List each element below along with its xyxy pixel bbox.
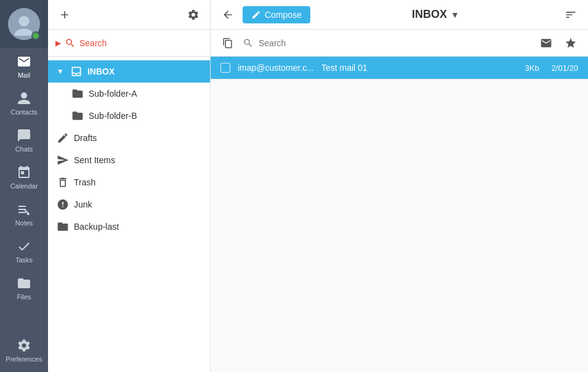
junk-icon [57, 198, 69, 211]
sidebar-item-preferences[interactable]: Preferences [0, 329, 48, 372]
email-subject: Test mail 01 [321, 63, 518, 73]
inbox-arrow-icon: ▼ [57, 67, 64, 76]
email-size: 3Kb [525, 63, 539, 73]
folder-list: ▼ INBOX Sub-folder-A Sub-folder-B Draft [48, 57, 210, 372]
search-input[interactable] [259, 38, 531, 48]
compose-label: Compose [265, 10, 302, 20]
sidebar-item-calendar[interactable]: Calendar [0, 159, 48, 196]
sidebar-item-calendar-label: Calendar [10, 182, 38, 190]
compose-button[interactable]: Compose [243, 6, 310, 23]
inbox-title: INBOX ▼ [412, 8, 459, 21]
folder-inbox-label: INBOX [87, 67, 115, 76]
search-icon [65, 38, 76, 49]
add-folder-button[interactable] [55, 6, 74, 24]
star-button[interactable] [561, 33, 581, 53]
sidebar-item-files-label: Files [17, 293, 31, 301]
email-row[interactable]: imap@customer.c... Test mail 01 3Kb 2/01… [211, 57, 588, 79]
sidebar-item-chats[interactable]: Chats [0, 122, 48, 159]
email-filter-button[interactable] [536, 33, 556, 53]
inbox-dropdown-arrow-icon[interactable]: ▼ [451, 10, 459, 20]
subfolder-b-icon [71, 110, 84, 122]
sort-button[interactable] [561, 5, 581, 25]
avatar-area [0, 0, 48, 48]
folder-item-backup-last[interactable]: Backup-last [48, 216, 210, 238]
folder-search-row[interactable]: ▶ Search [48, 30, 210, 57]
inbox-icon [70, 65, 83, 78]
folder-sent-items-label: Sent Items [74, 155, 115, 165]
search-bar-icon [243, 38, 254, 49]
folder-item-sub-folder-b[interactable]: Sub-folder-B [48, 105, 210, 127]
folder-trash-label: Trash [74, 177, 95, 187]
sidebar-item-mail[interactable]: Mail [0, 48, 48, 85]
folder-drafts-label: Drafts [74, 133, 97, 143]
folder-toolbar [48, 0, 210, 30]
sidebar-item-tasks-label: Tasks [15, 256, 33, 264]
folder-junk-label: Junk [74, 200, 92, 209]
sidebar-item-mail-label: Mail [18, 71, 30, 79]
backup-last-icon [57, 220, 69, 233]
sidebar-item-contacts[interactable]: Contacts [0, 85, 48, 122]
folder-item-sub-folder-a[interactable]: Sub-folder-A [48, 83, 210, 105]
folder-item-drafts[interactable]: Drafts [48, 127, 210, 149]
folder-backup-last-label: Backup-last [74, 222, 119, 232]
svg-point-1 [15, 29, 33, 36]
back-button[interactable] [218, 5, 238, 25]
drafts-icon [57, 132, 69, 144]
sidebar-item-preferences-label: Preferences [6, 355, 42, 363]
compose-icon [251, 10, 261, 20]
sidebar-item-notes-label: Notes [15, 219, 33, 227]
inbox-title-text: INBOX [412, 8, 447, 21]
main-search-bar [211, 30, 588, 57]
email-from: imap@customer.c... [238, 63, 314, 73]
copy-button[interactable] [218, 33, 238, 53]
avatar [8, 8, 40, 40]
main-toolbar-right [561, 5, 581, 25]
sidebar-item-chats-label: Chats [15, 145, 33, 153]
folder-panel: ▶ Search ▼ INBOX Sub-folder-A Sub-folder… [48, 0, 211, 372]
search-arrow-icon: ▶ [55, 39, 61, 47]
folder-item-junk[interactable]: Junk [48, 193, 210, 216]
email-date: 2/01/20 [552, 63, 578, 73]
sidebar-item-files[interactable]: Files [0, 270, 48, 307]
sidebar-item-notes[interactable]: Notes [0, 196, 48, 233]
online-status-dot [31, 31, 40, 40]
email-list: imap@customer.c... Test mail 01 3Kb 2/01… [211, 57, 588, 372]
search-label: Search [79, 38, 107, 48]
sidebar-item-contacts-label: Contacts [10, 108, 37, 116]
main-area: Compose INBOX ▼ im [211, 0, 588, 372]
subfolder-a-icon [71, 87, 84, 100]
folder-sub-a-label: Sub-folder-A [89, 89, 137, 99]
email-checkbox[interactable] [220, 63, 230, 73]
main-toolbar-left: Compose [218, 5, 310, 25]
sidebar: Mail Contacts Chats Calendar Notes Tasks… [0, 0, 48, 372]
folder-item-sent-items[interactable]: Sent Items [48, 149, 210, 171]
trash-icon [57, 176, 69, 188]
search-bar-right [536, 33, 581, 53]
folder-sub-b-label: Sub-folder-B [89, 111, 137, 121]
sent-items-icon [57, 154, 69, 166]
main-toolbar: Compose INBOX ▼ [211, 0, 588, 30]
folder-item-inbox[interactable]: ▼ INBOX [48, 60, 210, 83]
settings-button[interactable] [184, 6, 203, 24]
sidebar-item-tasks[interactable]: Tasks [0, 233, 48, 270]
folder-item-trash[interactable]: Trash [48, 171, 210, 193]
svg-point-0 [18, 16, 29, 26]
